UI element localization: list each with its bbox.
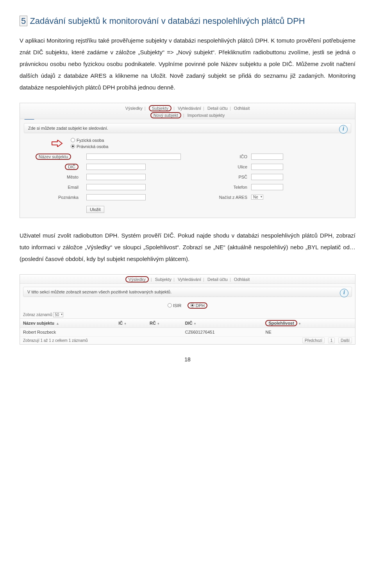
radio-isir[interactable]: ISIR bbox=[168, 303, 181, 308]
nav-vyhledavani[interactable]: Vyhledávání bbox=[178, 106, 201, 111]
cell-dic: CZ6601276451 bbox=[182, 327, 262, 336]
pager-next[interactable]: Další bbox=[338, 338, 352, 343]
nav2-vyhledavani[interactable]: Vyhledávání bbox=[178, 277, 201, 282]
save-button[interactable]: Uložit bbox=[86, 206, 104, 213]
pager: Předchozí 1 Další bbox=[300, 338, 352, 343]
input-email[interactable] bbox=[86, 184, 146, 190]
input-mesto[interactable] bbox=[86, 174, 146, 180]
nav-vysledky[interactable]: Výsledky bbox=[125, 106, 143, 111]
screenshot-results: Výsledky| Subjekty| Vyhledávání| Detail … bbox=[20, 274, 355, 345]
page-number: 18 bbox=[20, 356, 355, 363]
input-poznamka[interactable] bbox=[86, 194, 146, 200]
info-strip-2-text: V této sekci můžete zobrazit seznam všec… bbox=[27, 290, 171, 294]
screenshot-new-subject: + Výsledky| Subjekty| Vyhledávání| Detai… bbox=[20, 103, 355, 218]
radio-dph[interactable]: DPH bbox=[188, 302, 207, 309]
info-strip-text: Zde si můžete zadat subjekt ke sledování… bbox=[28, 126, 108, 130]
select-ares[interactable]: Ne bbox=[251, 195, 263, 200]
label-nazev-subjektu: Název subjektu bbox=[36, 154, 71, 160]
label-poznamka: Poznámka bbox=[36, 195, 86, 200]
pager-prev[interactable]: Předchozí bbox=[302, 338, 325, 343]
info-icon[interactable]: i bbox=[339, 125, 348, 134]
input-dic[interactable] bbox=[86, 164, 146, 170]
input-psc[interactable] bbox=[251, 174, 283, 180]
info-strip: Zde si můžete zadat subjekt ke sledování… bbox=[24, 123, 351, 133]
label-dic: DIČ bbox=[65, 164, 79, 170]
radio-pravnicka[interactable]: Právnická osoba bbox=[71, 143, 355, 150]
th-nazev[interactable]: Název subjektu▲ bbox=[20, 318, 115, 327]
nav2-vysledky[interactable]: Výsledky bbox=[125, 276, 149, 282]
cell-spol: NE bbox=[262, 327, 355, 336]
subnav-import[interactable]: Importovat subjekty bbox=[188, 113, 225, 118]
input-nazev-subjektu[interactable] bbox=[86, 154, 181, 160]
th-dic[interactable]: DIČ♦ bbox=[182, 318, 262, 327]
subnav-novy-subjekt[interactable]: Nový subjekt bbox=[150, 112, 181, 118]
input-ulice[interactable] bbox=[251, 164, 283, 170]
info-icon-2[interactable]: i bbox=[340, 289, 348, 297]
nav2-odhlasit[interactable]: Odhlásit bbox=[234, 277, 250, 282]
nav-detail[interactable]: Detail účtu bbox=[207, 106, 228, 111]
nav2-detail[interactable]: Detail účtu bbox=[207, 277, 228, 282]
nav2-subjekty[interactable]: Subjekty bbox=[155, 277, 171, 282]
label-ico: IČO bbox=[220, 154, 247, 159]
page-size-control: Zobraz záznamů 50 bbox=[20, 311, 355, 318]
screenshot1-topbar: Výsledky| Subjekty| Vyhledávání| Detail … bbox=[20, 103, 355, 119]
paragraph-2: Uživatel musí zvolit radiobutton DPH. Sy… bbox=[20, 230, 355, 265]
results-table: Název subjektu▲ IČ♦ RČ♦ DIČ♦ Spolehlivos… bbox=[20, 318, 355, 337]
section-title: Zadávání subjektů k monitorování v datab… bbox=[30, 16, 305, 26]
section-heading: 5 Zadávání subjektů k monitorování v dat… bbox=[20, 16, 355, 27]
label-ares: Načíst z ARES bbox=[208, 195, 247, 200]
results-footer: Zobrazují 1 až 1 z celkem 1 záznamů Před… bbox=[20, 337, 355, 344]
input-ico[interactable] bbox=[251, 154, 283, 160]
person-type-radios: Fyzická osoba Právnická osoba bbox=[71, 137, 355, 150]
filter-radios: ISIR DPH bbox=[20, 300, 355, 311]
input-telefon[interactable] bbox=[251, 184, 283, 190]
screenshot2-topbar: Výsledky| Subjekty| Vyhledávání| Detail … bbox=[20, 275, 355, 284]
nav-odhlasit[interactable]: Odhlásit bbox=[234, 106, 250, 111]
label-telefon: Telefon bbox=[220, 185, 247, 189]
page-size-select[interactable]: 50 bbox=[53, 312, 63, 317]
paragraph-1: V aplikaci Monitoring rejstříku také pro… bbox=[20, 35, 355, 93]
nav-line-1: Výsledky| Subjekty| Vyhledávání| Detail … bbox=[123, 105, 252, 112]
nav-subjekty[interactable]: Subjekty bbox=[149, 105, 171, 111]
pager-1[interactable]: 1 bbox=[328, 338, 335, 343]
label-mesto: Město bbox=[36, 175, 86, 179]
info-strip-2: V této sekci můžete zobrazit seznam všec… bbox=[23, 287, 352, 297]
label-ulice: Ulice bbox=[220, 164, 247, 169]
nav-line-2: Nový subjekt| Importovat subjekty bbox=[20, 112, 355, 119]
cell-nazev: Robert Roszbeck bbox=[20, 327, 115, 336]
table-row[interactable]: Robert Roszbeck CZ6601276451 NE bbox=[20, 327, 355, 336]
label-psc: PSČ bbox=[220, 175, 247, 179]
th-ic[interactable]: IČ♦ bbox=[115, 318, 146, 327]
cell-ic bbox=[115, 327, 146, 336]
footer-count: Zobrazují 1 až 1 z celkem 1 záznamů bbox=[23, 338, 88, 343]
th-rc[interactable]: RČ♦ bbox=[146, 318, 182, 327]
cell-rc bbox=[146, 327, 182, 336]
radio-fyzicka[interactable]: Fyzická osoba bbox=[71, 137, 355, 143]
section-number: 5 bbox=[20, 16, 27, 26]
th-spolehlivost[interactable]: Spolehlivost♦ bbox=[262, 318, 355, 327]
label-email: Email bbox=[36, 185, 86, 189]
page-size-label: Zobraz záznamů bbox=[23, 313, 52, 317]
red-arrow-icon bbox=[51, 140, 63, 147]
